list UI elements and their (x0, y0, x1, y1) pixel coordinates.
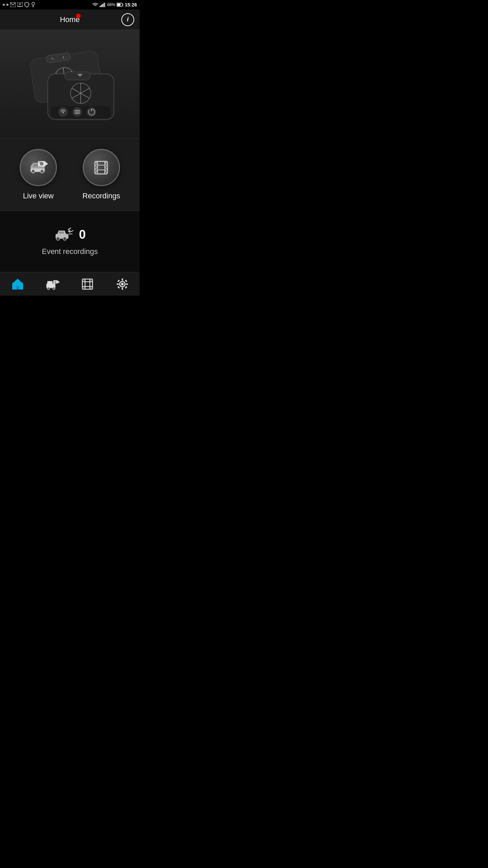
svg-rect-1 (17, 2, 23, 6)
shield-icon (24, 2, 29, 7)
status-bar-right: 68% 15:26 (92, 2, 137, 7)
svg-point-38 (32, 170, 35, 173)
recordings-icon (90, 157, 112, 179)
svg-rect-45 (39, 162, 41, 163)
svg-rect-48 (95, 166, 97, 169)
event-recordings-label: Event recordings (42, 247, 98, 256)
svg-point-71 (53, 287, 55, 289)
svg-point-39 (40, 170, 44, 173)
svg-rect-67 (16, 286, 19, 290)
svg-rect-10 (102, 4, 103, 7)
svg-rect-9 (101, 5, 102, 7)
recordings-nav-icon (81, 277, 94, 291)
action-buttons-section: Live view (0, 138, 140, 211)
svg-rect-69 (47, 281, 53, 284)
header: Home i (0, 9, 140, 30)
signal-icon (100, 2, 106, 7)
status-dot-1 (3, 4, 5, 6)
status-bar-left (3, 2, 36, 7)
svg-rect-82 (82, 287, 85, 289)
svg-point-70 (47, 287, 49, 289)
status-dot-2 (6, 4, 8, 6)
svg-point-84 (121, 283, 124, 285)
svg-rect-86 (122, 288, 123, 290)
info-button[interactable]: i (121, 13, 134, 26)
live-view-label: Live view (23, 192, 54, 200)
svg-point-29 (73, 107, 82, 117)
battery-percent: 68% (107, 2, 115, 7)
battery-icon (117, 3, 123, 7)
crash-icon (54, 227, 74, 242)
svg-rect-51 (105, 166, 107, 169)
svg-rect-47 (95, 162, 97, 165)
status-bar: 68% 15:26 (0, 0, 140, 9)
recordings-button[interactable]: Recordings (74, 149, 129, 200)
svg-rect-92 (125, 286, 127, 289)
recordings-label: Recordings (82, 192, 120, 200)
time-display: 15:26 (125, 2, 137, 7)
live-view-icon-circle (20, 149, 57, 186)
event-recordings-section[interactable]: 0 Event recordings (0, 211, 140, 272)
nav-live[interactable] (35, 272, 70, 296)
svg-point-58 (56, 237, 60, 240)
nav-settings[interactable] (105, 272, 140, 296)
settings-nav-icon (116, 277, 129, 291)
svg-marker-44 (45, 162, 47, 165)
svg-rect-80 (82, 279, 85, 282)
svg-rect-90 (117, 286, 120, 289)
svg-point-59 (63, 237, 66, 240)
svg-marker-73 (58, 281, 59, 283)
message-icon (17, 2, 23, 7)
wifi-icon (92, 2, 98, 7)
svg-rect-81 (90, 279, 93, 282)
svg-rect-8 (100, 6, 101, 7)
event-count: 0 (79, 228, 86, 242)
home-nav-icon (11, 277, 24, 291)
key-icon (31, 2, 36, 7)
svg-rect-49 (95, 170, 97, 172)
nav-recordings[interactable] (70, 272, 105, 296)
svg-rect-12 (105, 2, 106, 7)
svg-point-43 (41, 163, 43, 165)
bottom-navigation (0, 272, 140, 296)
live-view-icon (27, 157, 49, 179)
svg-rect-83 (90, 287, 93, 289)
dashcam-image (0, 30, 140, 138)
svg-rect-11 (104, 3, 105, 7)
svg-line-62 (70, 231, 73, 232)
svg-marker-65 (68, 230, 70, 233)
svg-rect-88 (126, 283, 128, 285)
svg-point-28 (62, 112, 64, 113)
svg-rect-85 (122, 278, 123, 281)
recordings-icon-circle (83, 149, 120, 186)
svg-rect-14 (117, 4, 121, 6)
nav-home[interactable] (0, 272, 35, 296)
svg-rect-52 (105, 170, 107, 172)
mail-icon (10, 2, 16, 7)
svg-rect-91 (125, 279, 127, 282)
event-row: 0 (54, 227, 86, 242)
svg-rect-87 (117, 283, 119, 285)
device-image-section (0, 30, 140, 138)
svg-rect-24 (65, 72, 90, 80)
svg-point-4 (32, 2, 35, 5)
dashcam-svg (19, 43, 121, 125)
recording-indicator (76, 14, 81, 18)
svg-rect-50 (105, 162, 107, 165)
svg-point-74 (54, 281, 56, 283)
live-nav-icon (46, 277, 59, 291)
live-view-button[interactable]: Live view (11, 149, 66, 200)
svg-line-18 (63, 56, 64, 58)
svg-marker-60 (59, 232, 64, 234)
svg-rect-89 (117, 279, 120, 282)
